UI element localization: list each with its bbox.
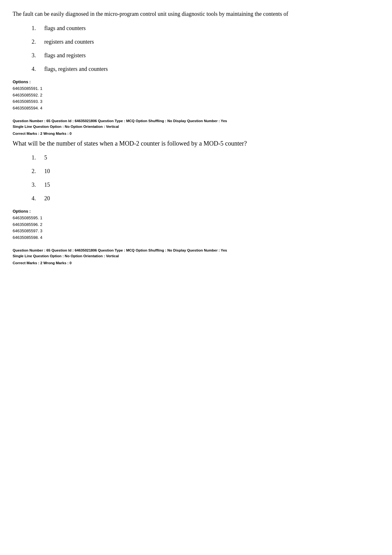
question-2-options-list: 1. 5 2. 10 3. 15 4. 20	[32, 154, 379, 202]
options-label-1: Options :	[13, 79, 379, 84]
option-text: 20	[44, 195, 50, 202]
correct-marks-1: Correct Marks : 2 Wrong Marks : 0	[13, 132, 379, 135]
option-number: 1.	[32, 154, 44, 161]
meta-line-2: Single Line Question Option : No Option …	[13, 124, 379, 129]
option-code: 64635085597. 3	[13, 228, 379, 234]
option-codes-1: 64635085591. 1 64635085592. 2 6463508559…	[13, 85, 379, 112]
option-number: 3.	[32, 182, 44, 188]
question-1-options-list: 1. flags and counters 2. registers and c…	[32, 25, 379, 72]
list-item: 1. flags and counters	[32, 25, 379, 32]
option-number: 3.	[32, 52, 44, 59]
question-2-meta: Question Number : 65 Question Id : 64635…	[13, 247, 379, 259]
option-text: 5	[44, 154, 47, 161]
list-item: 4. 20	[32, 195, 379, 202]
option-text: flags and counters	[44, 25, 86, 32]
option-code: 64635085598. 4	[13, 234, 379, 241]
option-code: 64635085596. 2	[13, 221, 379, 228]
option-text: flags, registers and counters	[44, 66, 108, 72]
question-2-block: What will be the number of states when a…	[13, 139, 379, 265]
list-item: 2. 10	[32, 168, 379, 175]
option-text: 15	[44, 182, 50, 188]
question-1-block: The fault can be easily diagnosed in the…	[13, 9, 379, 135]
option-code: 64635085591. 1	[13, 85, 379, 92]
meta-line-1: Question Number : 65 Question Id : 64635…	[13, 118, 379, 124]
meta-line-2: Single Line Question Option : No Option …	[13, 253, 379, 259]
list-item: 4. flags, registers and counters	[32, 66, 379, 72]
correct-marks-2: Correct Marks : 2 Wrong Marks : 0	[13, 261, 379, 265]
question-1-intro: The fault can be easily diagnosed in the…	[13, 9, 379, 19]
option-codes-2: 64635085595. 1 64635085596. 2 6463508559…	[13, 215, 379, 241]
list-item: 1. 5	[32, 154, 379, 161]
option-text: flags and registers	[44, 52, 86, 59]
options-label-2: Options :	[13, 209, 379, 214]
option-text: registers and counters	[44, 39, 94, 45]
option-number: 2.	[32, 39, 44, 45]
option-number: 1.	[32, 25, 44, 32]
option-number: 4.	[32, 195, 44, 202]
option-code: 64635085593. 3	[13, 98, 379, 105]
question-2-text: What will be the number of states when a…	[13, 139, 379, 148]
option-number: 2.	[32, 168, 44, 175]
list-item: 3. 15	[32, 182, 379, 188]
option-number: 4.	[32, 66, 44, 72]
question-1-meta: Question Number : 65 Question Id : 64635…	[13, 118, 379, 130]
option-code: 64635085594. 4	[13, 105, 379, 112]
list-item: 2. registers and counters	[32, 39, 379, 45]
option-text: 10	[44, 168, 50, 175]
meta-line-1: Question Number : 65 Question Id : 64635…	[13, 247, 379, 253]
option-code: 64635085595. 1	[13, 215, 379, 221]
list-item: 3. flags and registers	[32, 52, 379, 59]
option-code: 64635085592. 2	[13, 92, 379, 99]
